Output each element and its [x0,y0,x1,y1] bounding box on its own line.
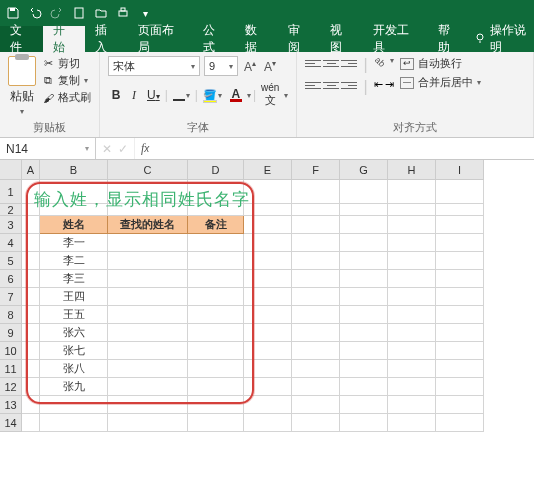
decrease-indent-button[interactable]: ⇤ [374,78,383,96]
cell[interactable] [340,288,388,306]
cell[interactable] [188,252,244,270]
align-top-button[interactable] [305,56,321,70]
cell[interactable] [108,180,188,204]
cell[interactable] [436,342,484,360]
cell[interactable] [340,378,388,396]
cell[interactable] [108,396,188,414]
cell[interactable] [244,270,292,288]
bold-button[interactable]: B [108,86,124,104]
cell[interactable] [108,252,188,270]
formula-input[interactable] [155,138,534,159]
align-middle-button[interactable] [323,56,339,70]
cell[interactable] [292,342,340,360]
tell-me[interactable]: 操作说明 [474,26,534,52]
cell[interactable] [244,288,292,306]
cancel-formula-icon[interactable]: ✕ [102,142,112,156]
tab-help[interactable]: 帮助 [428,26,471,52]
fill-color-button[interactable]: 🪣▾ [200,86,225,104]
tab-formulas[interactable]: 公式 [193,26,236,52]
cell[interactable] [340,342,388,360]
phonetic-button[interactable]: wén文 [258,80,282,110]
cell[interactable] [108,288,188,306]
name-cell[interactable]: 张六 [40,324,108,342]
table-header-name[interactable]: 姓名 [40,216,108,234]
cell[interactable] [244,360,292,378]
cell[interactable] [436,252,484,270]
row-header-9[interactable]: 9 [0,324,21,342]
select-all-corner[interactable] [0,160,21,180]
align-center-button[interactable] [323,78,339,92]
cell[interactable] [22,204,40,216]
borders-button[interactable]: ▾ [170,87,193,103]
cell[interactable] [244,396,292,414]
row-header-1[interactable]: 1 [0,180,21,204]
cell[interactable] [188,288,244,306]
cell[interactable] [388,288,436,306]
cell[interactable] [436,396,484,414]
increase-indent-button[interactable]: ⇥ [385,78,394,96]
tab-layout[interactable]: 页面布局 [128,26,193,52]
cell[interactable] [108,306,188,324]
grow-font-button[interactable]: A▴ [242,59,258,74]
cell[interactable] [436,234,484,252]
cell[interactable] [22,252,40,270]
cell[interactable] [188,414,244,432]
row-header-12[interactable]: 12 [0,378,21,396]
col-header-C[interactable]: C [108,160,188,180]
col-header-D[interactable]: D [188,160,244,180]
cell[interactable] [40,414,108,432]
cell[interactable] [292,234,340,252]
font-color-button[interactable]: A [227,87,245,104]
tab-review[interactable]: 审阅 [278,26,321,52]
cell[interactable] [292,396,340,414]
name-cell[interactable]: 李一 [40,234,108,252]
cell[interactable] [22,414,40,432]
col-header-H[interactable]: H [388,160,436,180]
cell[interactable] [188,180,244,204]
name-cell[interactable]: 王四 [40,288,108,306]
cell[interactable] [388,378,436,396]
cell[interactable] [388,306,436,324]
row-header-11[interactable]: 11 [0,360,21,378]
col-header-A[interactable]: A [22,160,40,180]
cell[interactable] [188,396,244,414]
cell[interactable] [22,216,40,234]
cell[interactable] [188,360,244,378]
col-header-G[interactable]: G [340,160,388,180]
row-header-7[interactable]: 7 [0,288,21,306]
col-header-F[interactable]: F [292,160,340,180]
shrink-font-button[interactable]: A▾ [262,59,278,74]
wrap-text-button[interactable]: 自动换行 [400,56,481,71]
cell[interactable] [436,378,484,396]
qat-customize-icon[interactable]: ▾ [138,6,152,20]
cell[interactable] [244,306,292,324]
cell[interactable] [340,414,388,432]
cell[interactable] [108,414,188,432]
cell[interactable] [188,270,244,288]
row-header-2[interactable]: 2 [0,204,21,216]
tab-developer[interactable]: 开发工具 [363,26,428,52]
cell[interactable] [436,324,484,342]
cell[interactable] [40,180,108,204]
cell[interactable] [22,234,40,252]
cell[interactable] [292,414,340,432]
col-header-I[interactable]: I [436,160,484,180]
enter-formula-icon[interactable]: ✓ [118,142,128,156]
cell[interactable] [436,204,484,216]
row-header-4[interactable]: 4 [0,234,21,252]
cell[interactable] [292,252,340,270]
cell[interactable] [292,324,340,342]
cell[interactable] [292,360,340,378]
cell[interactable] [40,396,108,414]
cell[interactable] [22,396,40,414]
cell[interactable] [340,324,388,342]
cell[interactable] [292,180,340,204]
tab-home[interactable]: 开始 [43,26,86,52]
cell[interactable] [388,342,436,360]
cell[interactable] [388,414,436,432]
cell[interactable] [244,378,292,396]
cell[interactable] [244,234,292,252]
cell[interactable] [244,252,292,270]
open-folder-icon[interactable] [94,6,108,20]
underline-button[interactable]: U▾ [144,86,163,104]
